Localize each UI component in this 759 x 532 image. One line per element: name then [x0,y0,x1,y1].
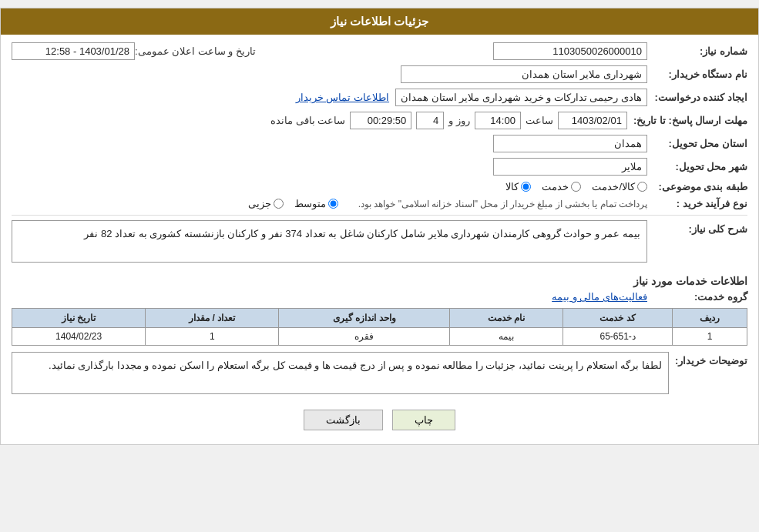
buyer-notes-label: توضیحات خریدار: [669,352,747,366]
category-radio-group: کالا/خدمت خدمت کالا [505,181,647,192]
category-label: طبقه بندی موضوعی: [647,181,747,192]
col-row: ردیف [673,309,747,328]
city-label: شهر محل تحویل: [647,161,747,172]
category-option-khedmat[interactable]: خدمت [542,181,581,192]
province-value: همدان [493,135,647,152]
buyer-notes-text: لطفا برگه استعلام را پرینت نمائید، جزئیا… [12,352,669,394]
process-radio-group: پرداخت تمام یا بخشی از مبلغ خریدار از مح… [248,198,647,209]
buttons-row: چاپ بازگشت [12,410,747,430]
announce-value: 1403/01/28 - 12:58 [12,42,135,60]
deadline-days-label: روز و [448,115,470,126]
creator-contact-link[interactable]: اطلاعات تماس خریدار [296,92,389,103]
creator-value: هادی رحیمی تدارکات و خرید شهرداری ملایر … [395,89,647,106]
col-service-name: نام خدمت [450,309,563,328]
request-number-label: شماره نیاز: [647,45,747,57]
process-note: پرداخت تمام یا بخشی از مبلغ خریدار از مح… [358,199,647,209]
city-value: ملایر [493,158,647,176]
table-row: 1د-651-65بیمهفقره11404/02/23 [12,328,747,346]
process-option-jozi[interactable]: جزیی [248,198,284,209]
buyer-org-label: نام دستگاه خریدار: [647,69,747,80]
creator-label: ایجاد کننده درخواست: [647,92,747,103]
col-service-code: کد خدمت [563,309,672,328]
process-option-motavasset[interactable]: متوسط [294,198,338,209]
col-date: تاریخ نیاز [12,309,146,328]
col-unit: واحد اندازه گیری [279,309,450,328]
deadline-remain: 00:29:50 [350,112,411,129]
back-button[interactable]: بازگشت [304,410,383,430]
col-qty: تعداد / مقدار [146,309,279,328]
category-option-kala[interactable]: کالا [505,181,531,192]
print-button[interactable]: چاپ [392,410,455,430]
deadline-time: 14:00 [475,112,521,129]
deadline-remain-label: ساعت باقی مانده [270,115,345,126]
deadline-time-label: ساعت [526,115,553,126]
services-table: ردیف کد خدمت نام خدمت واحد اندازه گیری ت… [12,308,747,346]
description-section-title: شرح کلی نیاز: [647,220,747,235]
group-label: گروه خدمت: [647,291,747,303]
buyer-org-value: شهرداری ملایر استان همدان [401,65,647,83]
province-label: استان محل تحویل: [647,138,747,149]
group-value[interactable]: فعالیت‌های مالی و بیمه [552,291,647,303]
deadline-date: 1403/02/01 [558,112,627,129]
deadline-days: 4 [416,112,444,129]
description-text: بیمه عمر و حوادث گروهی کارمندان شهرداری … [12,220,647,263]
process-label: نوع فرآیند خرید : [647,198,747,209]
category-option-kala-khedmat[interactable]: کالا/خدمت [592,181,647,192]
announce-label: تاریخ و ساعت اعلان عمومی: [135,45,256,57]
services-section-title: اطلاعات خدمات مورد نیاز [12,275,747,287]
deadline-label: مهلت ارسال پاسخ: تا تاریخ: [627,115,747,126]
request-number-value: 1103050026000010 [493,42,647,60]
page-title: جزئیات اطلاعات نیاز [1,8,758,35]
